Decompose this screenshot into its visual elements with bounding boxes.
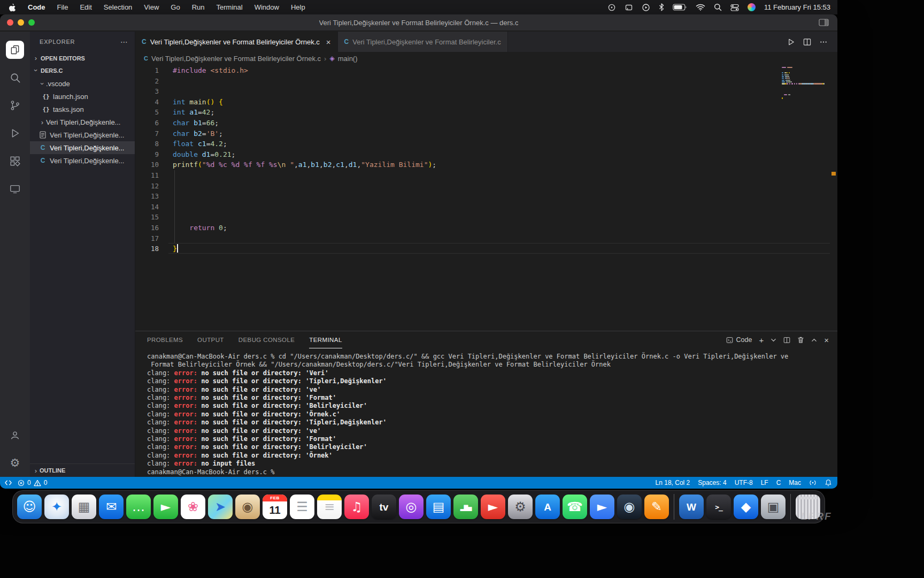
minimap[interactable] <box>782 67 829 100</box>
code-line[interactable] <box>173 202 779 212</box>
line-number[interactable]: 13 <box>135 191 159 202</box>
explorer-more-actions-icon[interactable]: ⋯ <box>120 37 128 46</box>
tree-item-folder[interactable]: ›.vscode <box>30 77 135 90</box>
wifi-icon[interactable] <box>696 0 705 14</box>
line-number[interactable]: 18 <box>135 244 159 254</box>
code-line[interactable]: double d1=0.21; <box>173 149 779 160</box>
dock-icon-red-media-app[interactable]: ► <box>481 495 505 519</box>
feedback-icon[interactable] <box>809 479 817 486</box>
dock-icon-word[interactable]: W <box>679 495 704 519</box>
explorer-activity-button[interactable] <box>0 36 30 64</box>
panel-tab-output[interactable]: OUTPUT <box>197 331 224 348</box>
code-line[interactable]: return 0; <box>173 223 779 233</box>
menu-view[interactable]: View <box>138 3 165 11</box>
dock-icon-mail[interactable]: ✉ <box>99 495 124 519</box>
line-number[interactable]: 4 <box>135 97 159 108</box>
line-number[interactable]: 14 <box>135 202 159 212</box>
code-content[interactable]: #include <stdio.h>int main() {int a1=42;… <box>173 65 779 254</box>
remote-explorer-activity-button[interactable] <box>0 175 30 203</box>
apple-menu-icon[interactable] <box>0 3 22 12</box>
dock-icon-blue-app[interactable]: ◆ <box>734 495 758 519</box>
dock-icon-zoom[interactable]: ► <box>590 495 614 519</box>
code-line[interactable] <box>173 181 779 192</box>
line-number[interactable]: 6 <box>135 118 159 128</box>
dock-icon-steam[interactable]: ◉ <box>617 495 642 519</box>
dock-icon-apple-tv[interactable]: tv <box>372 495 396 519</box>
settings-activity-button[interactable]: ⚙ <box>0 449 30 477</box>
dock-icon-whatsapp[interactable]: ☎ <box>563 495 587 519</box>
code-line[interactable] <box>173 191 779 202</box>
dock-icon-maps[interactable]: ➤ <box>208 495 233 519</box>
code-line[interactable]: float c1=4.2; <box>173 139 779 149</box>
tree-item-file[interactable]: CVeri Tipleri,Değişkenle... <box>30 141 135 154</box>
dock-icon-facetime[interactable]: ► <box>153 495 178 519</box>
overview-ruler[interactable] <box>830 65 837 331</box>
menu-terminal[interactable]: Terminal <box>211 3 249 11</box>
editor-tab[interactable]: CVeri Tipleri,Değişkenler ve Format Beli… <box>135 32 338 52</box>
menu-window[interactable]: Window <box>249 3 285 11</box>
notifications-bell-icon[interactable] <box>825 479 832 486</box>
line-number[interactable]: 2 <box>135 76 159 87</box>
line-number[interactable]: 16 <box>135 223 159 233</box>
code-line[interactable]: int a1=42; <box>173 107 779 118</box>
window-title-bar[interactable]: Veri Tipleri,Değişkenler ve Format Belir… <box>0 14 837 31</box>
menu-bar-clock[interactable]: 11 February Fri 15:53 <box>764 3 830 11</box>
line-number[interactable]: 5 <box>135 107 159 118</box>
menubar-status-icon-2[interactable] <box>625 0 633 14</box>
dock-icon-launchpad[interactable]: ▦ <box>72 495 96 519</box>
close-panel-icon[interactable]: × <box>824 336 829 344</box>
menu-edit[interactable]: Edit <box>74 3 97 11</box>
dock-icon-reminders[interactable]: ☰ <box>290 495 314 519</box>
workspace-root-section[interactable]: › DERS.C <box>30 64 135 77</box>
tree-item-file[interactable]: CVeri Tipleri,Değişkenle... <box>30 154 135 167</box>
source-control-activity-button[interactable] <box>0 92 30 119</box>
line-number[interactable]: 11 <box>135 170 159 181</box>
menu-app-name[interactable]: Code <box>22 3 51 11</box>
spotlight-search-icon[interactable] <box>714 0 722 14</box>
battery-icon[interactable] <box>673 0 687 14</box>
close-window-button[interactable] <box>7 19 13 26</box>
code-line[interactable] <box>173 76 779 87</box>
minimize-window-button[interactable] <box>18 19 24 26</box>
panel-tab-debug-console[interactable]: DEBUG CONSOLE <box>238 331 295 348</box>
code-line[interactable]: char b1=66; <box>173 118 779 128</box>
dock-icon-podcasts[interactable]: ◎ <box>399 495 424 519</box>
status-item-3[interactable]: LF <box>761 479 768 486</box>
dock-icon-system-settings[interactable]: ⚙ <box>508 495 533 519</box>
dock-icon-gray-app[interactable]: ▣ <box>761 495 786 519</box>
tree-item-file[interactable]: {}launch.json <box>30 90 135 103</box>
tree-item-file[interactable]: {}tasks.json <box>30 103 135 116</box>
problems-status[interactable]: 0 0 <box>18 479 47 486</box>
tree-item-folder[interactable]: ›Veri Tipleri,Değişkenle... <box>30 116 135 128</box>
split-editor-icon[interactable] <box>803 38 811 46</box>
more-actions-icon[interactable] <box>819 38 828 46</box>
dock-icon-music[interactable]: ♫ <box>344 495 369 519</box>
run-debug-activity-button[interactable] <box>0 119 30 147</box>
search-activity-button[interactable] <box>0 64 30 92</box>
menu-go[interactable]: Go <box>165 3 186 11</box>
status-item-5[interactable]: Mac <box>789 479 801 486</box>
editor-gutter[interactable]: 123456789101112131415161718 <box>135 65 159 254</box>
terminal-output[interactable]: canakman@Can-MacBook-Air ders.c % cd "/U… <box>135 348 837 477</box>
line-number[interactable]: 3 <box>135 86 159 97</box>
dock-icon-pencil-app[interactable]: ✎ <box>644 495 669 519</box>
tree-item-file[interactable]: Veri Tipleri,Değişkenle... <box>30 128 135 141</box>
customize-layout-icon[interactable] <box>819 19 829 26</box>
line-number[interactable]: 8 <box>135 139 159 149</box>
status-item-2[interactable]: UTF-8 <box>735 479 753 486</box>
breadcrumb-symbol[interactable]: main() <box>338 55 358 63</box>
menu-help[interactable]: Help <box>285 3 311 11</box>
dock-icon-notes[interactable]: ≡ <box>317 495 342 519</box>
run-file-button[interactable] <box>787 38 795 46</box>
code-line[interactable]: char b2='B'; <box>173 128 779 139</box>
dock-icon-keynote[interactable]: ▤ <box>426 495 451 519</box>
terminal-dropdown-icon[interactable] <box>771 337 776 343</box>
dock-icon-app-store[interactable]: A <box>535 495 560 519</box>
dock-icon-finder[interactable]: ☺ <box>17 495 42 519</box>
split-terminal-icon[interactable] <box>783 337 790 344</box>
menubar-status-icon-1[interactable] <box>607 0 616 14</box>
panel-tab-problems[interactable]: PROBLEMS <box>147 331 183 348</box>
line-number[interactable]: 7 <box>135 128 159 139</box>
dock-icon-messages[interactable]: … <box>126 495 151 519</box>
control-center-icon[interactable] <box>730 0 739 14</box>
